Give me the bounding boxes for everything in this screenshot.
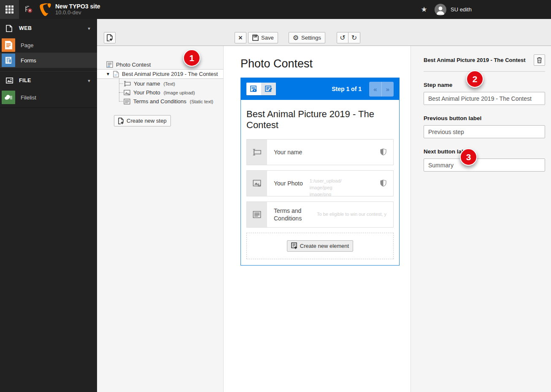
undo-button[interactable]: ↺ xyxy=(337,32,348,43)
step-heading: Best Animal Picture 2019 - The Contest xyxy=(246,109,394,131)
text-field-icon xyxy=(247,140,267,165)
tree-item-form-root[interactable]: Photo Contest xyxy=(97,60,223,69)
chevron-down-icon: ▾ xyxy=(88,78,90,83)
tree-item-your-photo[interactable]: Your Photo (Image upload) xyxy=(119,88,223,97)
text-field-icon xyxy=(124,81,131,86)
sidebar-item-forms[interactable]: Forms xyxy=(0,53,97,68)
sidebar-item-page[interactable]: Page xyxy=(0,38,97,53)
tree-step-label: Best Animal Picture 2019 - The Contest xyxy=(122,71,218,77)
caret-down-icon: ▼ xyxy=(106,72,112,76)
tree-child-type: (Image upload) xyxy=(164,90,195,95)
static-text-icon xyxy=(124,99,130,105)
undo-icon: ↺ xyxy=(340,35,345,41)
field-group-next-button: Next button label xyxy=(424,148,545,172)
page-icon xyxy=(113,71,119,78)
close-button[interactable]: × xyxy=(235,32,246,43)
tree-item-your-name[interactable]: Your name (Text) xyxy=(119,79,223,88)
tree-toolbar xyxy=(97,32,224,46)
form-element-main: Your Photo 1:/user_upload/ image/jpeg im… xyxy=(267,171,393,196)
settings-button[interactable]: ⚙ Settings xyxy=(289,32,325,43)
upload-hints: 1:/user_upload/ image/jpeg image/png xyxy=(310,178,373,196)
redo-button[interactable]: ↻ xyxy=(348,32,360,43)
stage-toolbar: × Save ⚙ Settings ↺ ↻ xyxy=(224,32,411,46)
step-pager: « » xyxy=(369,82,394,97)
tree-item-step-selected[interactable]: ▼ Best Animal Picture 2019 - The Contest xyxy=(97,69,223,79)
form-new-icon xyxy=(291,242,297,249)
tree-child-type: (Static text) xyxy=(190,99,213,104)
page-new-icon xyxy=(107,34,113,41)
tree-item-terms[interactable]: Terms and Conditions (Static text) xyxy=(119,97,223,106)
section-header-file[interactable]: FILE ▾ xyxy=(0,71,97,90)
form-element-label: Your Photo xyxy=(274,180,303,187)
next-step-button[interactable]: » xyxy=(381,82,394,97)
hint-line: 1:/user_upload/ xyxy=(310,178,373,185)
edit-mode-button[interactable] xyxy=(261,83,276,95)
module-menu-toggle-button[interactable] xyxy=(0,0,19,19)
section-header-web[interactable]: WEB ▾ xyxy=(0,19,97,38)
settings-label: Settings xyxy=(301,35,321,41)
view-mode-toggle xyxy=(246,83,276,95)
create-element-label: Create new element xyxy=(300,243,349,249)
bookmarks-button[interactable]: ★ xyxy=(419,0,429,19)
brand-text: New TYPO3 site 10.0.0-dev xyxy=(55,3,100,16)
validation-shield-icon xyxy=(380,148,386,156)
form-element-label: Your name xyxy=(274,148,302,156)
form-element-your-photo[interactable]: Your Photo 1:/user_upload/ image/jpeg im… xyxy=(246,170,394,196)
web-section: WEB ▾ Page Forms xyxy=(0,19,97,71)
form-element-main: Terms and Conditions To be eligible to w… xyxy=(267,202,393,227)
previous-step-button[interactable]: « xyxy=(369,82,381,97)
form-element-your-name[interactable]: Your name xyxy=(246,139,394,165)
filelist-module-label: Filelist xyxy=(21,94,36,101)
file-section-label: FILE xyxy=(19,78,31,83)
sidebar-item-filelist[interactable]: Filelist xyxy=(0,90,97,105)
form-element-terms[interactable]: Terms and Conditions To be eligible to w… xyxy=(246,201,394,228)
stage-panel: Photo Contest xyxy=(224,46,411,392)
web-section-label: WEB xyxy=(19,25,32,31)
next-button-input[interactable] xyxy=(424,158,545,172)
hint-line: image/png xyxy=(310,191,373,196)
avatar xyxy=(435,4,446,16)
hint-line: To be eligible to win our contest, you h… xyxy=(317,211,386,218)
form-preview-icon xyxy=(250,86,257,93)
editor-toolbar: × Save ⚙ Settings ↺ ↻ xyxy=(97,19,551,46)
new-form-button[interactable] xyxy=(104,32,116,43)
previous-button-input[interactable] xyxy=(424,125,545,138)
pagetree-toggle-button[interactable] xyxy=(19,0,38,19)
delete-step-button[interactable] xyxy=(534,54,545,66)
save-icon xyxy=(252,35,259,41)
chevrons-left-icon: « xyxy=(373,86,377,93)
hint-line: image/jpeg xyxy=(310,185,373,191)
static-text-hint: To be eligible to win our contest, you h… xyxy=(317,211,386,218)
tree-child-type: (Text) xyxy=(163,81,175,86)
step-name-label: Step name xyxy=(424,82,545,88)
tree-child-label: Your name xyxy=(134,81,160,87)
file-section-icon xyxy=(6,78,13,83)
tree-children: Your name (Text) Your Photo (Image uploa… xyxy=(119,79,223,106)
close-icon: × xyxy=(238,35,242,41)
step-name-input[interactable] xyxy=(424,92,545,105)
page-module-label: Page xyxy=(21,42,33,48)
inspector-title: Best Animal Picture 2019 - The Contest xyxy=(424,57,534,63)
save-button[interactable]: Save xyxy=(248,32,278,43)
module-menu: WEB ▾ Page Forms FILE xyxy=(0,19,97,392)
field-group-previous-button: Previous button label xyxy=(424,115,545,138)
preview-body: Best Animal Picture 2019 - The Contest Y… xyxy=(241,100,399,265)
typo3-version: 10.0.0-dev xyxy=(55,10,100,16)
user-menu[interactable]: SU edith xyxy=(435,0,472,19)
form-element-label: Terms and Conditions xyxy=(274,207,310,222)
inspector-header: Best Animal Picture 2019 - The Contest xyxy=(424,54,545,66)
create-new-element-button[interactable]: Create new element xyxy=(287,240,353,252)
preview-mode-button[interactable] xyxy=(246,83,261,95)
next-button-label: Next button label xyxy=(424,148,545,155)
create-new-step-button[interactable]: Create new step xyxy=(114,115,171,126)
create-step-label: Create new step xyxy=(127,118,167,124)
form-preview: Step 1 of 1 « » Best Animal Picture 2019… xyxy=(240,78,400,266)
tree-child-label: Terms and Conditions xyxy=(133,98,186,105)
grid-icon xyxy=(5,5,14,13)
editor-panels: Photo Contest ▼ Best Animal Picture 2019… xyxy=(97,46,551,392)
preview-header: Step 1 of 1 « » xyxy=(241,78,399,100)
site-brand[interactable]: New TYPO3 site 10.0.0-dev xyxy=(40,0,100,19)
star-icon: ★ xyxy=(421,5,427,14)
forms-module-label: Forms xyxy=(21,57,36,64)
topbar: New TYPO3 site 10.0.0-dev ★ SU edith xyxy=(0,0,551,19)
